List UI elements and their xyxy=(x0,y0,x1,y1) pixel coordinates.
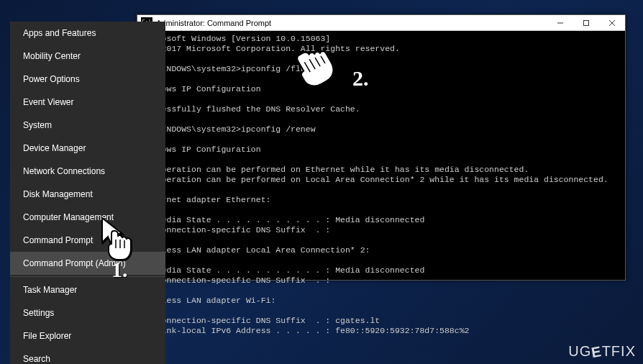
menu-item-event-viewer[interactable]: Event Viewer xyxy=(10,91,165,114)
menu-item-system[interactable]: System xyxy=(10,114,165,137)
menu-item-settings[interactable]: Settings xyxy=(10,301,165,324)
watermark: UGETFIX xyxy=(568,343,636,360)
menu-item-disk-management[interactable]: Disk Management xyxy=(10,183,165,206)
window-controls xyxy=(547,15,625,31)
menu-item-computer-management[interactable]: Computer Management xyxy=(10,206,165,229)
window-title: Administrator: Command Prompt xyxy=(156,19,547,27)
menu-item-task-manager[interactable]: Task Manager xyxy=(10,278,165,301)
menu-separator xyxy=(10,276,165,277)
close-button[interactable] xyxy=(599,15,625,31)
menu-item-apps-and-features[interactable]: Apps and Features xyxy=(10,22,165,45)
menu-item-device-manager[interactable]: Device Manager xyxy=(10,137,165,160)
menu-item-power-options[interactable]: Power Options xyxy=(10,68,165,91)
menu-item-command-prompt-admin[interactable]: Command Prompt (Admin) xyxy=(10,252,165,275)
menu-item-file-explorer[interactable]: File Explorer xyxy=(10,324,165,347)
winx-context-menu[interactable]: Apps and FeaturesMobility CenterPower Op… xyxy=(10,22,165,364)
svg-rect-1 xyxy=(584,20,589,25)
watermark-part: TFIX xyxy=(602,343,636,359)
window-titlebar[interactable]: C:\ Administrator: Command Prompt xyxy=(137,15,625,31)
terminal-output[interactable]: Microsoft Windows [Version 10.0.15063] (… xyxy=(137,31,625,339)
maximize-button[interactable] xyxy=(573,15,599,31)
menu-item-command-prompt[interactable]: Command Prompt xyxy=(10,229,165,252)
watermark-part: UG xyxy=(568,343,591,359)
menu-item-network-connections[interactable]: Network Connections xyxy=(10,160,165,183)
menu-item-search[interactable]: Search xyxy=(10,347,165,364)
minimize-button[interactable] xyxy=(547,15,573,31)
command-prompt-window[interactable]: C:\ Administrator: Command Prompt Micros… xyxy=(137,14,626,281)
menu-item-mobility-center[interactable]: Mobility Center xyxy=(10,45,165,68)
